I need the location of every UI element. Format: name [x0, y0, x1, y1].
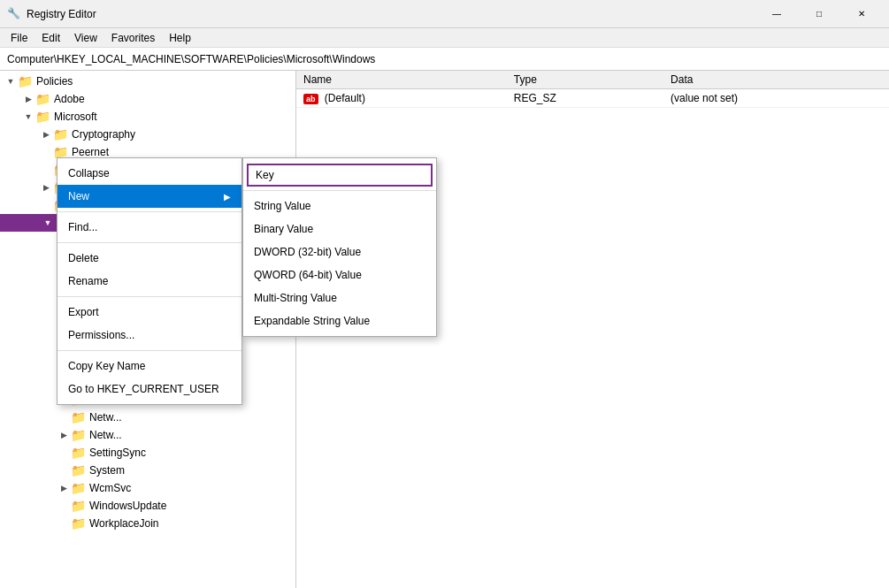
submenu-multi-string[interactable]: Multi-String Value — [243, 286, 436, 309]
tree-item-system[interactable]: ▶ 📁 System — [0, 462, 295, 479]
tree-label-peernet: Peernet — [72, 146, 109, 158]
ctx-export[interactable]: Export — [57, 301, 241, 324]
ctx-permissions-label: Permissions... — [68, 329, 134, 341]
ctx-collapse-label: Collapse — [68, 167, 110, 179]
submenu-multi-string-label: Multi-String Value — [254, 292, 337, 304]
ctx-delete[interactable]: Delete — [57, 247, 241, 270]
minimize-button[interactable]: — — [756, 0, 797, 28]
ctx-new-label: New — [68, 190, 89, 202]
ctx-rename-label: Rename — [68, 275, 108, 287]
ctx-new[interactable]: New ▶ — [57, 185, 241, 208]
reg-name-cell: ab (Default) — [296, 89, 507, 108]
ctx-export-label: Export — [68, 306, 99, 318]
ctx-sep1 — [57, 211, 241, 212]
ctx-permissions[interactable]: Permissions... — [57, 324, 241, 347]
folder-icon-wcmsvc: 📁 — [71, 481, 86, 495]
reg-name: (Default) — [325, 92, 365, 104]
tree-item-settingsync[interactable]: ▶ 📁 SettingSync — [0, 444, 295, 462]
folder-icon-adobe: 📁 — [35, 92, 50, 106]
tree-item-policies[interactable]: ▼ 📁 Policies — [0, 73, 295, 90]
submenu-binary-value[interactable]: Binary Value — [243, 218, 436, 241]
submenu-key[interactable]: Key — [247, 164, 433, 187]
close-button[interactable]: ✕ — [841, 0, 882, 28]
ctx-delete-label: Delete — [68, 252, 99, 264]
folder-icon-system: 📁 — [71, 463, 86, 477]
col-header-name: Name — [296, 71, 507, 89]
tree-item-wcmsvc[interactable]: ▶ 📁 WcmSvc — [0, 479, 295, 497]
ctx-new-arrow: ▶ — [224, 192, 231, 202]
expand-icon-adobe: ▶ — [21, 92, 35, 106]
reg-type-cell: REG_SZ — [507, 89, 663, 108]
submenu-expandable-label: Expandable String Value — [254, 315, 370, 327]
ctx-goto-hkey[interactable]: Go to HKEY_CURRENT_USER — [57, 378, 241, 401]
menu-favorites[interactable]: Favorites — [104, 30, 162, 46]
tree-item-adobe[interactable]: ▶ 📁 Adobe — [0, 90, 295, 108]
submenu-qword[interactable]: QWORD (64-bit) Value — [243, 263, 436, 286]
tree-label-wcmsvc: WcmSvc — [89, 482, 131, 494]
tree-label-workplacejoin: WorkplaceJoin — [89, 517, 158, 530]
submenu-binary-value-label: Binary Value — [254, 223, 313, 235]
expand-icon-cryptography: ▶ — [39, 127, 53, 141]
tree-label-windowsupdate: WindowsUpdate — [89, 500, 166, 512]
submenu-string-value-label: String Value — [254, 200, 310, 212]
folder-icon-microsoft: 📁 — [35, 110, 50, 124]
ctx-copy-key-name-label: Copy Key Name — [68, 360, 145, 372]
menu-view[interactable]: View — [67, 30, 104, 46]
address-bar: Computer\HKEY_LOCAL_MACHINE\SOFTWARE\Pol… — [0, 48, 889, 71]
submenu-qword-label: QWORD (64-bit) Value — [254, 269, 362, 281]
ctx-sep2 — [57, 242, 241, 243]
tree-label-adobe: Adobe — [54, 93, 85, 105]
ab-icon: ab — [303, 94, 318, 104]
ctx-find-label: Find... — [68, 221, 97, 233]
menu-help[interactable]: Help — [162, 30, 198, 46]
tree-item-netw3[interactable]: ▶ 📁 Netw... — [0, 426, 295, 444]
tree-item-workplacejoin[interactable]: ▶ 📁 WorkplaceJoin — [0, 515, 295, 532]
submenu-expandable[interactable]: Expandable String Value — [243, 309, 436, 332]
submenu-dword-label: DWORD (32-bit) Value — [254, 246, 361, 258]
reg-data-cell: (value not set) — [663, 89, 889, 108]
title-bar-text: Registry Editor — [27, 8, 756, 20]
folder-icon-windowsupdate: 📁 — [71, 499, 86, 513]
ctx-find[interactable]: Find... — [57, 216, 241, 239]
folder-icon-cryptography: 📁 — [53, 127, 68, 141]
ctx-sep4 — [57, 350, 241, 351]
submenu-dword[interactable]: DWORD (32-bit) Value — [243, 241, 436, 263]
tree-label-cryptography: Cryptography — [72, 128, 135, 141]
registry-table: Name Type Data ab (Default) REG_SZ (valu… — [296, 71, 889, 108]
expand-icon-systemcerts: ▶ — [39, 180, 53, 195]
app-icon: 🔧 — [7, 7, 21, 21]
ctx-rename[interactable]: Rename — [57, 270, 241, 293]
folder-icon-policies: 📁 — [18, 74, 33, 88]
tree-label-netw2: Netw... — [89, 411, 122, 424]
submenu-sep1 — [243, 190, 436, 191]
context-menu: Collapse New ▶ Find... Delete Rename Exp… — [57, 157, 242, 405]
submenu-key-label: Key — [256, 169, 274, 181]
menu-bar: File Edit View Favorites Help — [0, 28, 889, 48]
submenu: Key String Value Binary Value DWORD (32-… — [242, 157, 437, 337]
tree-label-policies: Policies — [36, 75, 73, 88]
tree-label-netw3: Netw... — [89, 429, 122, 441]
tree-label-settingsync: SettingSync — [89, 447, 146, 459]
menu-edit[interactable]: Edit — [34, 30, 67, 46]
table-row: ab (Default) REG_SZ (value not set) — [296, 89, 889, 108]
ctx-sep3 — [57, 296, 241, 297]
maximize-button[interactable]: □ — [799, 0, 839, 28]
tree-label-system: System — [89, 464, 125, 477]
expand-icon-policies: ▼ — [4, 74, 18, 88]
col-header-type: Type — [507, 71, 663, 89]
ctx-collapse[interactable]: Collapse — [57, 162, 241, 185]
submenu-string-value[interactable]: String Value — [243, 195, 436, 218]
expand-icon-microsoft: ▼ — [21, 110, 35, 124]
tree-item-netw2[interactable]: ▶ 📁 Netw... — [0, 409, 295, 426]
folder-icon-workplacejoin: 📁 — [71, 516, 86, 531]
tree-item-windowsupdate[interactable]: ▶ 📁 WindowsUpdate — [0, 497, 295, 515]
tree-item-cryptography[interactable]: ▶ 📁 Cryptography — [0, 126, 295, 143]
folder-icon-netw2: 📁 — [71, 410, 86, 424]
expand-icon-netw3: ▶ — [57, 428, 71, 442]
folder-icon-netw3: 📁 — [71, 428, 86, 442]
folder-icon-settingsync: 📁 — [71, 446, 86, 460]
tree-item-microsoft[interactable]: ▼ 📁 Microsoft — [0, 108, 295, 126]
ctx-copy-key-name[interactable]: Copy Key Name — [57, 355, 241, 378]
menu-file[interactable]: File — [4, 30, 34, 46]
tree-label-microsoft: Microsoft — [54, 111, 97, 123]
